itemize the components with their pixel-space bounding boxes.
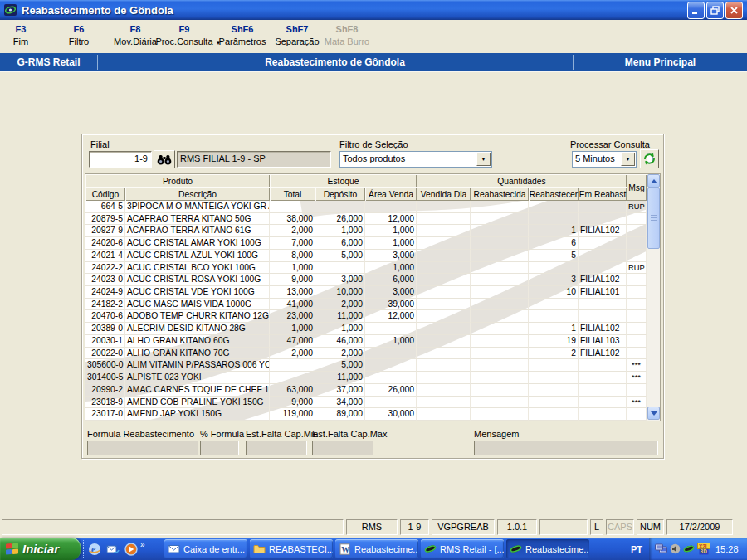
toolbar-item-f8[interactable]: F8Mov.Diária bbox=[114, 24, 157, 46]
cell-codigo: 24024-9 bbox=[85, 286, 125, 299]
cell-reabastecer: 5 bbox=[529, 250, 579, 262]
cell-descricao: ALPISTE 023 YOKI bbox=[125, 372, 270, 384]
task-button-1[interactable]: Caixa de entr... bbox=[164, 539, 247, 558]
cell-deposito: 89,000 bbox=[315, 408, 365, 421]
toolbar-item-f9[interactable]: F9Proc.Consulta bbox=[155, 24, 212, 46]
app-icon[interactable] bbox=[4, 3, 17, 17]
column-header[interactable]: Vendida Dia bbox=[417, 187, 471, 201]
cell-total bbox=[270, 372, 315, 384]
table-row[interactable]: 20990-2AMAC CARNES TOQUE DE CHEF 120G63,… bbox=[85, 384, 647, 397]
table-row[interactable]: 20389-0ALECRIM DESID KITANO 28G1,0001,00… bbox=[85, 323, 647, 335]
cell-reabastecida bbox=[471, 359, 529, 372]
cell-reabastecer bbox=[529, 372, 579, 384]
table-row[interactable]: 24022-2ACUC CRISTAL BCO YOKI 100G1,0001,… bbox=[85, 262, 647, 275]
column-header[interactable]: Reabastecer bbox=[529, 187, 579, 201]
filial-search-button[interactable] bbox=[154, 150, 175, 168]
task-button-4[interactable]: RMS Retail - [... bbox=[421, 539, 504, 558]
filial-label: Filial bbox=[90, 139, 110, 149]
scrollbar-thumb[interactable] bbox=[647, 187, 660, 249]
task-button-2[interactable]: REABASTECI... bbox=[250, 539, 333, 558]
outlook-express-icon[interactable] bbox=[105, 542, 120, 556]
volume-icon[interactable] bbox=[670, 543, 681, 554]
filial-input[interactable]: 1-9 bbox=[89, 151, 152, 168]
table-row[interactable]: 24021-4ACUC CRISTAL AZUL YOKI 100G8,0005… bbox=[85, 250, 647, 262]
mensagem-field[interactable] bbox=[474, 441, 658, 455]
taskbar-clock[interactable]: 15:28 bbox=[715, 544, 739, 554]
minimize-button[interactable] bbox=[687, 2, 705, 19]
status-cell-l: L bbox=[590, 519, 603, 535]
graphics-3d-tray-icon[interactable]: X2I3D bbox=[697, 543, 710, 555]
toolbar-item-f3[interactable]: F3Fim bbox=[13, 24, 28, 46]
cell-descricao: ALHO GRAN KITANO 70G bbox=[125, 348, 270, 360]
cell-area_venda bbox=[365, 348, 417, 360]
scroll-down-button[interactable] bbox=[647, 407, 660, 420]
cell-deposito: 11,000 bbox=[315, 372, 365, 384]
refresh-button[interactable] bbox=[640, 149, 659, 168]
scroll-up-button[interactable] bbox=[647, 174, 660, 187]
cell-em_reabast: FILIAL103 bbox=[579, 335, 627, 348]
media-player-icon[interactable] bbox=[124, 542, 138, 556]
task-button-3[interactable]: WReabastecime... bbox=[335, 539, 418, 558]
toolbar-item-shf6[interactable]: ShF6Parâmetros bbox=[219, 24, 266, 46]
column-header-msg[interactable]: Msg bbox=[627, 174, 647, 201]
cell-deposito: 6,000 bbox=[315, 237, 365, 250]
table-row[interactable]: 23017-0AMEND JAP YOKI 150G119,00089,0003… bbox=[85, 408, 647, 421]
table-row[interactable]: 20022-0ALHO GRAN KITANO 70G2,0002,0002FI… bbox=[85, 348, 647, 360]
internet-explorer-icon[interactable]: e bbox=[87, 542, 101, 556]
table-row[interactable]: 20879-5ACAFRAO TERRA KITANO 50G38,00026,… bbox=[85, 213, 647, 226]
cell-descricao: ACUC MASC MAIS VIDA 1000G bbox=[125, 299, 270, 311]
chevron-down-icon[interactable]: ▼ bbox=[621, 153, 635, 166]
start-button[interactable]: Iniciar bbox=[0, 538, 81, 560]
column-header[interactable]: Reabastecida bbox=[471, 187, 529, 201]
cell-total: 1,000 bbox=[270, 323, 315, 335]
restore-button[interactable] bbox=[706, 2, 724, 19]
cell-area_venda: 1,000 bbox=[365, 262, 417, 275]
vertical-scrollbar[interactable] bbox=[647, 174, 660, 421]
est-falta-cap-max-field[interactable] bbox=[312, 441, 374, 455]
table-row[interactable]: 24023-0ACUC CRISTAL ROSA YOKI 100G9,0003… bbox=[85, 274, 647, 286]
table-row[interactable]: 20030-1ALHO GRAN KITANO 60G47,00046,0001… bbox=[85, 335, 647, 348]
table-row[interactable]: 301400-5ALPISTE 023 YOKI11,000*** bbox=[85, 372, 647, 384]
column-header[interactable]: Depósito bbox=[315, 187, 365, 201]
table-row[interactable]: 24020-6ACUC CRISTAL AMAR YOKI 100G7,0006… bbox=[85, 237, 647, 250]
toolbar-key-label: ShF8 bbox=[325, 24, 369, 34]
formula-field[interactable] bbox=[87, 441, 198, 455]
cell-vendida_dia bbox=[417, 299, 471, 311]
toolbar-item-shf7[interactable]: ShF7Separação bbox=[275, 24, 319, 46]
language-indicator[interactable]: PT bbox=[626, 542, 647, 556]
quick-launch-overflow-chevron[interactable]: » bbox=[140, 540, 145, 549]
column-header[interactable]: Código bbox=[85, 187, 125, 201]
toolbar-item-f6[interactable]: F6Filtro bbox=[69, 24, 89, 46]
cell-em_reabast: FILIAL102 bbox=[579, 323, 627, 335]
header-menu-principal[interactable]: Menu Principal bbox=[574, 53, 747, 71]
cell-descricao: AMAC CARNES TOQUE DE CHEF 120G bbox=[125, 384, 270, 397]
task-button-5[interactable]: Reabastecime... bbox=[506, 539, 589, 558]
cell-em_reabast bbox=[579, 237, 627, 250]
cell-msg bbox=[627, 250, 647, 262]
column-header[interactable]: Área Venda bbox=[365, 187, 417, 201]
column-header[interactable]: Em Reabast bbox=[579, 187, 627, 201]
table-row[interactable]: 24182-2ACUC MASC MAIS VIDA 1000G41,0002,… bbox=[85, 299, 647, 311]
chevron-down-icon[interactable]: ▼ bbox=[476, 153, 491, 166]
table-row[interactable]: 20470-6ADOBO TEMP CHURR KITANO 12G23,000… bbox=[85, 310, 647, 323]
processar-consulta-label: Processar Consulta bbox=[570, 139, 657, 149]
status-cell bbox=[540, 519, 588, 535]
percent-formula-field[interactable] bbox=[200, 441, 239, 455]
column-header[interactable]: Total bbox=[270, 187, 315, 201]
network-icon[interactable] bbox=[655, 543, 667, 554]
column-header[interactable]: Descrição bbox=[125, 187, 270, 201]
close-button[interactable] bbox=[725, 2, 743, 19]
column-group-header: Quantidades bbox=[417, 174, 627, 187]
table-row[interactable]: 305600-0ALIM VITAMIN P/PASSAROS 006 YOK5… bbox=[85, 359, 647, 372]
cell-descricao: ACUC CRISTAL VDE YOKI 100G bbox=[125, 286, 270, 299]
table-row[interactable]: 24024-9ACUC CRISTAL VDE YOKI 100G13,0001… bbox=[85, 286, 647, 299]
processar-consulta-combo[interactable]: 5 Minutos ▼ bbox=[572, 151, 637, 168]
cell-deposito: 1,000 bbox=[315, 323, 365, 335]
rms-tray-icon[interactable] bbox=[683, 543, 695, 554]
arrow-up-icon bbox=[651, 179, 657, 183]
table-row[interactable]: 664-53PIPOCA M O MANTEIGA YOKI GR AMEIRU… bbox=[85, 201, 647, 213]
table-row[interactable]: 23018-9AMEND COB PRALINE YOKI 150G9,0003… bbox=[85, 397, 647, 409]
table-row[interactable]: 20927-9ACAFRAO TERRA KITANO 61G2,0001,00… bbox=[85, 225, 647, 237]
filtro-selecao-combo[interactable]: Todos produtos ▼ bbox=[339, 151, 492, 168]
est-falta-cap-min-field[interactable] bbox=[246, 441, 307, 455]
